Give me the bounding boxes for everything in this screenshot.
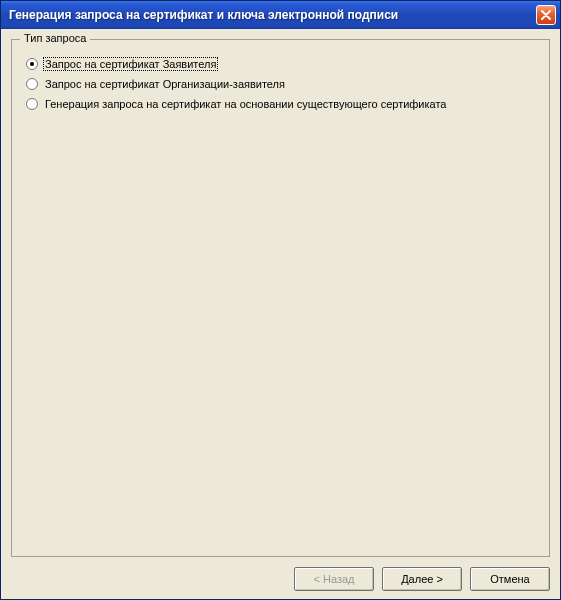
radio-option-existing-cert[interactable]: Генерация запроса на сертификат на основ… xyxy=(26,98,539,110)
radio-dot-icon xyxy=(30,62,34,66)
radio-icon xyxy=(26,98,38,110)
radio-icon xyxy=(26,58,38,70)
back-button: < Назад xyxy=(294,567,374,591)
titlebar[interactable]: Генерация запроса на сертификат и ключа … xyxy=(1,1,560,29)
wizard-buttons: < Назад Далее > Отмена xyxy=(11,557,550,591)
group-legend: Тип запроса xyxy=(20,32,90,44)
cancel-button[interactable]: Отмена xyxy=(470,567,550,591)
close-icon xyxy=(541,10,551,20)
radio-label: Запрос на сертификат Организации-заявите… xyxy=(44,78,286,90)
radio-label: Запрос на сертификат Заявителя xyxy=(44,58,217,70)
next-button[interactable]: Далее > xyxy=(382,567,462,591)
radio-icon xyxy=(26,78,38,90)
close-button[interactable] xyxy=(536,5,556,25)
radio-label: Генерация запроса на сертификат на основ… xyxy=(44,98,447,110)
radio-option-applicant[interactable]: Запрос на сертификат Заявителя xyxy=(26,58,539,70)
request-type-group: Тип запроса Запрос на сертификат Заявите… xyxy=(11,39,550,557)
client-area: Тип запроса Запрос на сертификат Заявите… xyxy=(1,29,560,599)
dialog-window: Генерация запроса на сертификат и ключа … xyxy=(0,0,561,600)
window-title: Генерация запроса на сертификат и ключа … xyxy=(9,8,536,22)
radio-option-organization[interactable]: Запрос на сертификат Организации-заявите… xyxy=(26,78,539,90)
